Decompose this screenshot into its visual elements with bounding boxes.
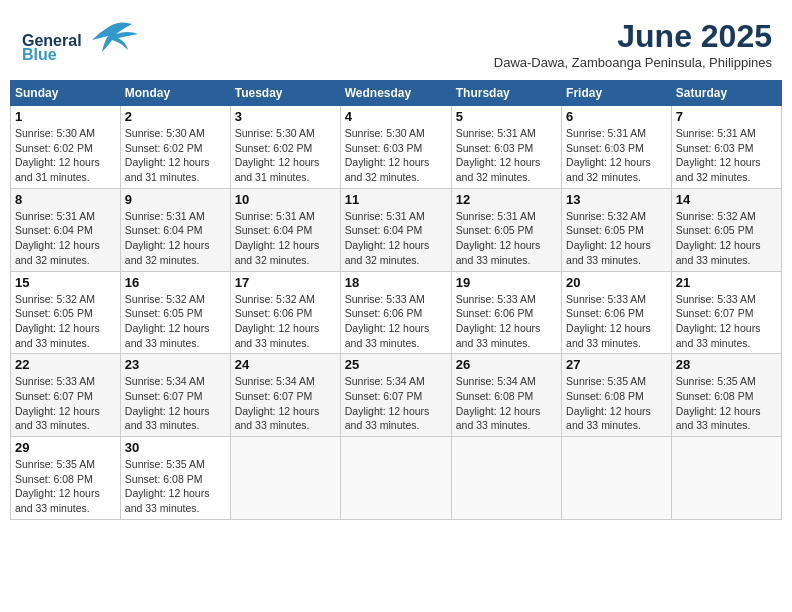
day-26: 26 Sunrise: 5:34 AM Sunset: 6:08 PM Dayl… [451,354,561,437]
day-28: 28 Sunrise: 5:35 AM Sunset: 6:08 PM Dayl… [671,354,781,437]
day-30: 30 Sunrise: 5:35 AM Sunset: 6:08 PM Dayl… [120,437,230,520]
day-4: 4 Sunrise: 5:30 AM Sunset: 6:03 PM Dayli… [340,106,451,189]
day-3: 3 Sunrise: 5:30 AM Sunset: 6:02 PM Dayli… [230,106,340,189]
day-19: 19 Sunrise: 5:33 AM Sunset: 6:06 PM Dayl… [451,271,561,354]
empty-cell-1 [230,437,340,520]
day-12: 12 Sunrise: 5:31 AM Sunset: 6:05 PM Dayl… [451,188,561,271]
week-row-5: 29 Sunrise: 5:35 AM Sunset: 6:08 PM Dayl… [11,437,782,520]
svg-text:Blue: Blue [22,46,57,62]
empty-cell-5 [671,437,781,520]
day-11: 11 Sunrise: 5:31 AM Sunset: 6:04 PM Dayl… [340,188,451,271]
empty-cell-2 [340,437,451,520]
day-2: 2 Sunrise: 5:30 AM Sunset: 6:02 PM Dayli… [120,106,230,189]
day-15: 15 Sunrise: 5:32 AM Sunset: 6:05 PM Dayl… [11,271,121,354]
day-29: 29 Sunrise: 5:35 AM Sunset: 6:08 PM Dayl… [11,437,121,520]
day-18: 18 Sunrise: 5:33 AM Sunset: 6:06 PM Dayl… [340,271,451,354]
header-saturday: Saturday [671,81,781,106]
day-27: 27 Sunrise: 5:35 AM Sunset: 6:08 PM Dayl… [562,354,672,437]
day-14: 14 Sunrise: 5:32 AM Sunset: 6:05 PM Dayl… [671,188,781,271]
day-6: 6 Sunrise: 5:31 AM Sunset: 6:03 PM Dayli… [562,106,672,189]
day-25: 25 Sunrise: 5:34 AM Sunset: 6:07 PM Dayl… [340,354,451,437]
week-row-2: 8 Sunrise: 5:31 AM Sunset: 6:04 PM Dayli… [11,188,782,271]
day-5: 5 Sunrise: 5:31 AM Sunset: 6:03 PM Dayli… [451,106,561,189]
header-sunday: Sunday [11,81,121,106]
calendar-header-row: Sunday Monday Tuesday Wednesday Thursday… [11,81,782,106]
logo: General Blue [20,18,140,66]
day-23: 23 Sunrise: 5:34 AM Sunset: 6:07 PM Dayl… [120,354,230,437]
day-16: 16 Sunrise: 5:32 AM Sunset: 6:05 PM Dayl… [120,271,230,354]
day-1: 1 Sunrise: 5:30 AM Sunset: 6:02 PM Dayli… [11,106,121,189]
day-24: 24 Sunrise: 5:34 AM Sunset: 6:07 PM Dayl… [230,354,340,437]
calendar-table: Sunday Monday Tuesday Wednesday Thursday… [10,80,782,520]
day-9: 9 Sunrise: 5:31 AM Sunset: 6:04 PM Dayli… [120,188,230,271]
header-friday: Friday [562,81,672,106]
week-row-3: 15 Sunrise: 5:32 AM Sunset: 6:05 PM Dayl… [11,271,782,354]
day-7: 7 Sunrise: 5:31 AM Sunset: 6:03 PM Dayli… [671,106,781,189]
header-wednesday: Wednesday [340,81,451,106]
day-20: 20 Sunrise: 5:33 AM Sunset: 6:06 PM Dayl… [562,271,672,354]
day-8: 8 Sunrise: 5:31 AM Sunset: 6:04 PM Dayli… [11,188,121,271]
day-21: 21 Sunrise: 5:33 AM Sunset: 6:07 PM Dayl… [671,271,781,354]
day-17: 17 Sunrise: 5:32 AM Sunset: 6:06 PM Dayl… [230,271,340,354]
header-thursday: Thursday [451,81,561,106]
calendar-subtitle: Dawa-Dawa, Zamboanga Peninsula, Philippi… [494,55,772,70]
header-tuesday: Tuesday [230,81,340,106]
day-10: 10 Sunrise: 5:31 AM Sunset: 6:04 PM Dayl… [230,188,340,271]
title-area: June 2025 Dawa-Dawa, Zamboanga Peninsula… [494,18,772,70]
day-13: 13 Sunrise: 5:32 AM Sunset: 6:05 PM Dayl… [562,188,672,271]
empty-cell-3 [451,437,561,520]
calendar-title: June 2025 [494,18,772,55]
week-row-1: 1 Sunrise: 5:30 AM Sunset: 6:02 PM Dayli… [11,106,782,189]
header-monday: Monday [120,81,230,106]
empty-cell-4 [562,437,672,520]
week-row-4: 22 Sunrise: 5:33 AM Sunset: 6:07 PM Dayl… [11,354,782,437]
day-22: 22 Sunrise: 5:33 AM Sunset: 6:07 PM Dayl… [11,354,121,437]
header: General Blue June 2025 Dawa-Dawa, Zamboa… [10,10,782,74]
logo-text: General Blue [20,18,140,66]
